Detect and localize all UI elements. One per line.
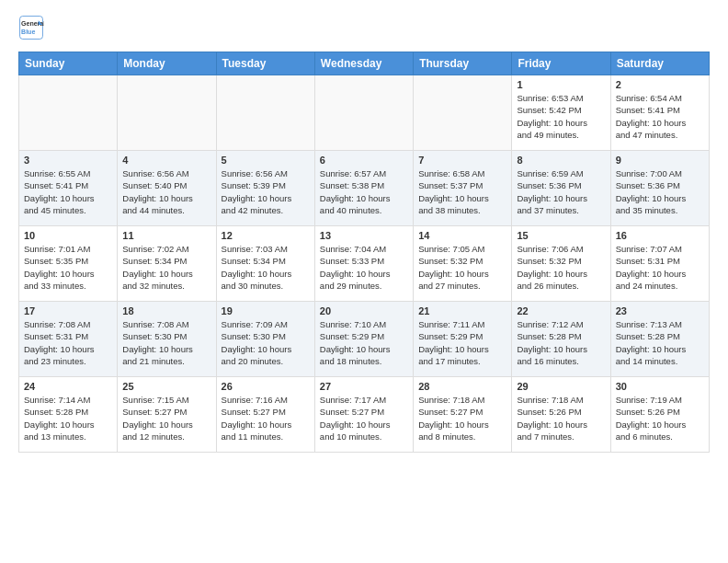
day-cell-10: 10Sunrise: 7:01 AMSunset: 5:35 PMDayligh… bbox=[19, 226, 118, 302]
day-number: 20 bbox=[320, 305, 408, 316]
day-info: Sunrise: 7:04 AMSunset: 5:33 PMDaylight:… bbox=[320, 243, 408, 292]
day-number: 1 bbox=[517, 79, 605, 90]
day-cell-22: 22Sunrise: 7:12 AMSunset: 5:28 PMDayligh… bbox=[512, 302, 610, 377]
day-info: Sunrise: 7:10 AMSunset: 5:29 PMDaylight:… bbox=[320, 318, 408, 367]
day-info: Sunrise: 7:16 AMSunset: 5:27 PMDaylight:… bbox=[222, 394, 310, 442]
day-number: 15 bbox=[517, 230, 605, 241]
day-info: Sunrise: 7:03 AMSunset: 5:34 PMDaylight:… bbox=[222, 243, 310, 292]
day-cell-24: 24Sunrise: 7:14 AMSunset: 5:28 PMDayligh… bbox=[19, 377, 118, 453]
day-cell-16: 16Sunrise: 7:07 AMSunset: 5:31 PMDayligh… bbox=[610, 226, 709, 302]
day-number: 12 bbox=[222, 230, 310, 241]
week-row-2: 3Sunrise: 6:55 AMSunset: 5:41 PMDaylight… bbox=[19, 151, 710, 226]
day-number: 28 bbox=[418, 381, 506, 392]
day-number: 9 bbox=[616, 155, 704, 166]
day-number: 21 bbox=[418, 305, 506, 316]
day-info: Sunrise: 6:54 AMSunset: 5:41 PMDaylight:… bbox=[616, 92, 704, 141]
day-cell-6: 6Sunrise: 6:57 AMSunset: 5:38 PMDaylight… bbox=[314, 151, 413, 226]
logo: General Blue bbox=[18, 15, 44, 40]
day-cell-4: 4Sunrise: 6:56 AMSunset: 5:40 PMDaylight… bbox=[118, 151, 216, 226]
day-cell-30: 30Sunrise: 7:19 AMSunset: 5:26 PMDayligh… bbox=[610, 377, 709, 453]
day-number: 8 bbox=[517, 155, 605, 166]
day-number: 17 bbox=[24, 305, 112, 316]
day-cell-17: 17Sunrise: 7:08 AMSunset: 5:31 PMDayligh… bbox=[19, 302, 118, 377]
day-info: Sunrise: 7:08 AMSunset: 5:30 PMDaylight:… bbox=[122, 318, 210, 367]
day-number: 10 bbox=[24, 230, 112, 241]
day-number: 14 bbox=[418, 230, 506, 241]
day-number: 2 bbox=[616, 79, 704, 90]
day-cell-18: 18Sunrise: 7:08 AMSunset: 5:30 PMDayligh… bbox=[118, 302, 216, 377]
day-info: Sunrise: 7:15 AMSunset: 5:27 PMDaylight:… bbox=[122, 394, 210, 442]
day-cell-1: 1Sunrise: 6:53 AMSunset: 5:42 PMDaylight… bbox=[512, 75, 610, 151]
day-cell-14: 14Sunrise: 7:05 AMSunset: 5:32 PMDayligh… bbox=[414, 226, 512, 302]
empty-cell bbox=[19, 75, 118, 151]
week-row-5: 24Sunrise: 7:14 AMSunset: 5:28 PMDayligh… bbox=[19, 377, 710, 453]
svg-rect-0 bbox=[20, 17, 43, 40]
day-cell-5: 5Sunrise: 6:56 AMSunset: 5:39 PMDaylight… bbox=[216, 151, 314, 226]
day-info: Sunrise: 7:06 AMSunset: 5:32 PMDaylight:… bbox=[517, 243, 605, 292]
weekday-header-thursday: Thursday bbox=[414, 52, 512, 75]
day-cell-26: 26Sunrise: 7:16 AMSunset: 5:27 PMDayligh… bbox=[216, 377, 314, 453]
day-info: Sunrise: 7:09 AMSunset: 5:30 PMDaylight:… bbox=[222, 318, 310, 367]
week-row-4: 17Sunrise: 7:08 AMSunset: 5:31 PMDayligh… bbox=[19, 302, 710, 377]
day-number: 26 bbox=[222, 381, 310, 392]
day-info: Sunrise: 7:12 AMSunset: 5:28 PMDaylight:… bbox=[517, 318, 605, 367]
day-cell-19: 19Sunrise: 7:09 AMSunset: 5:30 PMDayligh… bbox=[216, 302, 314, 377]
day-cell-15: 15Sunrise: 7:06 AMSunset: 5:32 PMDayligh… bbox=[512, 226, 610, 302]
week-row-1: 1Sunrise: 6:53 AMSunset: 5:42 PMDaylight… bbox=[19, 75, 710, 151]
day-info: Sunrise: 7:00 AMSunset: 5:36 PMDaylight:… bbox=[616, 167, 704, 216]
day-info: Sunrise: 6:57 AMSunset: 5:38 PMDaylight:… bbox=[320, 167, 408, 216]
day-number: 6 bbox=[320, 155, 408, 166]
day-number: 11 bbox=[122, 230, 210, 241]
day-cell-23: 23Sunrise: 7:13 AMSunset: 5:28 PMDayligh… bbox=[610, 302, 709, 377]
day-cell-9: 9Sunrise: 7:00 AMSunset: 5:36 PMDaylight… bbox=[610, 151, 709, 226]
day-info: Sunrise: 6:53 AMSunset: 5:42 PMDaylight:… bbox=[517, 92, 605, 141]
day-info: Sunrise: 7:17 AMSunset: 5:27 PMDaylight:… bbox=[320, 394, 408, 442]
day-info: Sunrise: 6:55 AMSunset: 5:41 PMDaylight:… bbox=[24, 167, 112, 216]
day-info: Sunrise: 6:58 AMSunset: 5:37 PMDaylight:… bbox=[418, 167, 506, 216]
day-number: 23 bbox=[616, 305, 704, 316]
day-number: 27 bbox=[320, 381, 408, 392]
calendar-table: SundayMondayTuesdayWednesdayThursdayFrid… bbox=[18, 52, 710, 453]
day-number: 7 bbox=[418, 155, 506, 166]
day-cell-25: 25Sunrise: 7:15 AMSunset: 5:27 PMDayligh… bbox=[118, 377, 216, 453]
day-number: 25 bbox=[122, 381, 210, 392]
svg-text:Blue: Blue bbox=[21, 29, 35, 35]
day-info: Sunrise: 7:18 AMSunset: 5:27 PMDaylight:… bbox=[418, 394, 506, 442]
day-cell-21: 21Sunrise: 7:11 AMSunset: 5:29 PMDayligh… bbox=[414, 302, 512, 377]
weekday-header-monday: Monday bbox=[118, 52, 216, 75]
day-number: 4 bbox=[122, 155, 210, 166]
day-cell-28: 28Sunrise: 7:18 AMSunset: 5:27 PMDayligh… bbox=[414, 377, 512, 453]
weekday-header-row: SundayMondayTuesdayWednesdayThursdayFrid… bbox=[19, 52, 710, 75]
day-info: Sunrise: 7:05 AMSunset: 5:32 PMDaylight:… bbox=[418, 243, 506, 292]
day-cell-3: 3Sunrise: 6:55 AMSunset: 5:41 PMDaylight… bbox=[19, 151, 118, 226]
empty-cell bbox=[118, 75, 216, 151]
day-cell-12: 12Sunrise: 7:03 AMSunset: 5:34 PMDayligh… bbox=[216, 226, 314, 302]
day-info: Sunrise: 7:19 AMSunset: 5:26 PMDaylight:… bbox=[616, 394, 704, 442]
day-info: Sunrise: 7:18 AMSunset: 5:26 PMDaylight:… bbox=[517, 394, 605, 442]
day-info: Sunrise: 7:08 AMSunset: 5:31 PMDaylight:… bbox=[24, 318, 112, 367]
logo-icon: General Blue bbox=[18, 15, 44, 40]
day-number: 13 bbox=[320, 230, 408, 241]
header: General Blue bbox=[18, 15, 710, 40]
day-info: Sunrise: 7:14 AMSunset: 5:28 PMDaylight:… bbox=[24, 394, 112, 442]
day-info: Sunrise: 7:13 AMSunset: 5:28 PMDaylight:… bbox=[616, 318, 704, 367]
day-number: 18 bbox=[122, 305, 210, 316]
day-number: 29 bbox=[517, 381, 605, 392]
day-number: 22 bbox=[517, 305, 605, 316]
day-cell-8: 8Sunrise: 6:59 AMSunset: 5:36 PMDaylight… bbox=[512, 151, 610, 226]
weekday-header-friday: Friday bbox=[512, 52, 610, 75]
day-cell-13: 13Sunrise: 7:04 AMSunset: 5:33 PMDayligh… bbox=[314, 226, 413, 302]
day-number: 5 bbox=[222, 155, 310, 166]
page: General Blue SundayMondayTuesdayWednesda… bbox=[0, 0, 728, 462]
weekday-header-saturday: Saturday bbox=[610, 52, 709, 75]
weekday-header-sunday: Sunday bbox=[19, 52, 118, 75]
day-cell-11: 11Sunrise: 7:02 AMSunset: 5:34 PMDayligh… bbox=[118, 226, 216, 302]
day-number: 24 bbox=[24, 381, 112, 392]
empty-cell bbox=[414, 75, 512, 151]
day-number: 30 bbox=[616, 381, 704, 392]
empty-cell bbox=[216, 75, 314, 151]
day-cell-27: 27Sunrise: 7:17 AMSunset: 5:27 PMDayligh… bbox=[314, 377, 413, 453]
day-info: Sunrise: 6:59 AMSunset: 5:36 PMDaylight:… bbox=[517, 167, 605, 216]
day-info: Sunrise: 7:11 AMSunset: 5:29 PMDaylight:… bbox=[418, 318, 506, 367]
day-info: Sunrise: 6:56 AMSunset: 5:39 PMDaylight:… bbox=[222, 167, 310, 216]
